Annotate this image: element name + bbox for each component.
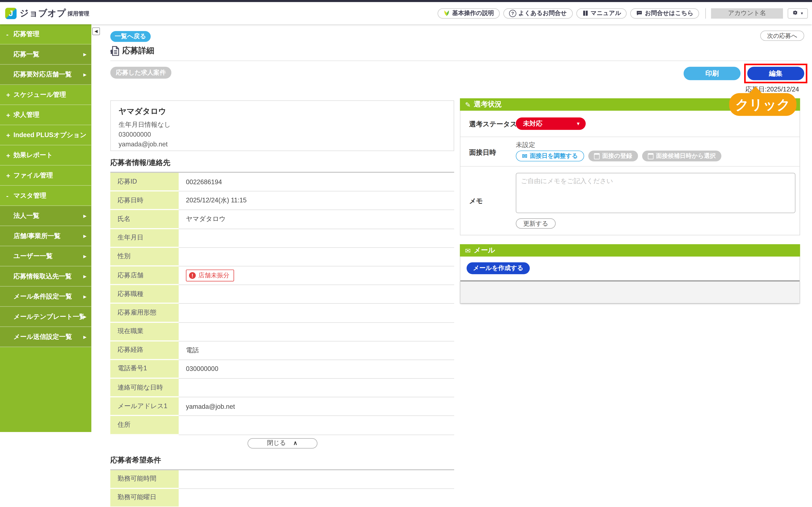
field-value-cell: yamada@job.net bbox=[179, 397, 454, 416]
applicant-summary-card: ヤマダタロウ 生年月日情報なし 030000000 yamada@job.net bbox=[110, 100, 454, 151]
memo-textarea[interactable] bbox=[516, 173, 795, 213]
sidebar-item-15[interactable]: メールテンプレート一覧▶ bbox=[0, 307, 91, 327]
close-section-button[interactable]: 閉じる ∧ bbox=[247, 438, 317, 448]
callout-label: クリック bbox=[735, 96, 791, 114]
back-to-list-button[interactable]: 一覧へ戻る bbox=[110, 31, 151, 42]
interview-row: 面接日時 未設定 ✉面接日を調整する面接の登録面接候補日時から選択 bbox=[460, 137, 800, 167]
field-label: 応募日時 bbox=[117, 196, 143, 205]
field-value-cell bbox=[179, 247, 454, 266]
sidebar-item-7[interactable]: +効果レポート bbox=[0, 145, 91, 166]
field-label-cell: 性別 bbox=[110, 247, 179, 266]
compose-mail-button[interactable]: メールを作成する bbox=[467, 262, 530, 274]
sidebar-item-label: ユーザー一覧 bbox=[13, 251, 83, 261]
print-button[interactable]: 印刷 bbox=[683, 67, 741, 80]
sidebar-collapse-button[interactable]: ◀ bbox=[92, 27, 100, 35]
sidebar-item-label: メールテンプレート一覧 bbox=[13, 312, 83, 321]
sidebar-item-8[interactable]: +ファイル管理 bbox=[0, 166, 91, 186]
field-label: 応募ID bbox=[117, 177, 137, 186]
edit-button[interactable]: 編集 bbox=[747, 67, 804, 80]
status-dropdown[interactable]: 未対応 ▼ bbox=[516, 117, 586, 130]
sidebar-item-11[interactable]: 店舗/事業所一覧▶ bbox=[0, 226, 91, 246]
field-value: 0022686194 bbox=[186, 178, 222, 185]
sidebar-item-3[interactable]: 応募要対応店舗一覧▶ bbox=[0, 65, 91, 85]
screen: J ジョブオプ 採用管理 基本操作の説明?よくあるお問合せマニュアルお問合せはこ… bbox=[0, 0, 812, 507]
field-label: 連絡可能な日時 bbox=[117, 383, 163, 392]
title-divider bbox=[110, 61, 800, 61]
memo-label: メモ bbox=[469, 197, 483, 206]
question-circle-icon: ? bbox=[509, 9, 516, 17]
field-value: 030000000 bbox=[186, 365, 218, 373]
settings-gear-button[interactable]: ▼ bbox=[788, 8, 808, 18]
chevron-right-icon: ▶ bbox=[83, 234, 87, 238]
account-name-box: アカウント名 bbox=[711, 8, 783, 18]
sidebar-item-4[interactable]: +スケジュール管理 bbox=[0, 85, 91, 105]
sidebar-item-6[interactable]: +Indeed PLUSオプション bbox=[0, 125, 91, 146]
header-link-3[interactable]: マニュアル bbox=[576, 8, 627, 18]
update-button[interactable]: 更新する bbox=[516, 218, 556, 229]
field-label-cell: 応募店舗 bbox=[110, 266, 179, 285]
header-link-1[interactable]: 基本操作の説明 bbox=[438, 8, 500, 18]
table-row: 連絡可能な日時 bbox=[110, 379, 454, 398]
sidebar-item-14[interactable]: メール条件設定一覧▶ bbox=[0, 287, 91, 307]
field-value-cell bbox=[179, 379, 454, 398]
click-callout-bubble: クリック bbox=[729, 93, 796, 116]
interview-button-label: 面接の登録 bbox=[602, 152, 632, 160]
field-label-cell: 氏名 bbox=[110, 210, 179, 229]
mail-panel-body: メールを作成する bbox=[460, 257, 800, 304]
table-row: メールアドレス1yamada@job.net bbox=[110, 397, 454, 416]
field-value: ヤマダタロウ bbox=[186, 215, 225, 224]
table-row: 応募雇用形態 bbox=[110, 304, 454, 323]
applicant-email: yamada@job.net bbox=[119, 139, 446, 150]
next-application-button[interactable]: 次の応募へ bbox=[760, 31, 804, 41]
sidebar-item-1[interactable]: -応募管理 bbox=[0, 24, 91, 45]
interview-label: 面接日時 bbox=[469, 148, 496, 157]
sidebar-item-10[interactable]: 法人一覧▶ bbox=[0, 206, 91, 226]
interview-button-label: 面接日を調整する bbox=[530, 152, 578, 160]
memo-row: メモ 更新する bbox=[460, 167, 800, 235]
applied-job-button[interactable]: 応募した求人案件 bbox=[110, 67, 171, 78]
interview-button-1[interactable]: ✉面接日を調整する bbox=[516, 151, 584, 161]
field-value-cell: ヤマダタロウ bbox=[179, 210, 454, 229]
badge-label: 店舗未振分 bbox=[198, 271, 230, 280]
field-label-cell: 応募ID bbox=[110, 173, 179, 191]
sidebar-item-label: 応募情報取込先一覧 bbox=[13, 272, 83, 281]
sidebar-item-9[interactable]: -マスタ管理 bbox=[0, 186, 91, 206]
header-link-label: よくあるお問合せ bbox=[518, 9, 567, 17]
application-detail-icon bbox=[110, 46, 119, 56]
field-label-cell: 現在職業 bbox=[110, 323, 179, 341]
chevron-right-icon: ▶ bbox=[83, 52, 87, 57]
header-link-label: お問合せはこちら bbox=[645, 9, 693, 17]
header-link-4[interactable]: お問合せはこちら bbox=[630, 8, 699, 18]
field-label: 現在職業 bbox=[117, 327, 143, 336]
header-link-2[interactable]: ?よくあるお問合せ bbox=[503, 8, 572, 18]
close-button-row: 閉じる ∧ bbox=[110, 438, 454, 448]
sidebar-item-label: 効果レポート bbox=[13, 151, 91, 160]
chevron-right-icon: ▶ bbox=[83, 274, 87, 279]
mail-panel-header: ✉ メール bbox=[460, 244, 800, 257]
field-label-cell: 電話番号1 bbox=[110, 360, 179, 379]
pencil-icon: ✎ bbox=[465, 101, 471, 108]
contact-info-table: 応募ID0022686194応募日時2025/12/24(水) 11:15氏名ヤ… bbox=[110, 172, 454, 435]
field-label: 応募雇用形態 bbox=[117, 308, 156, 317]
field-label: 応募職種 bbox=[117, 290, 143, 298]
sidebar-item-2[interactable]: 応募一覧▶ bbox=[0, 45, 91, 65]
field-label: 勤務可能曜日 bbox=[117, 493, 156, 502]
sidebar-item-12[interactable]: ユーザー一覧▶ bbox=[0, 246, 91, 267]
sidebar-item-label: 店舗/事業所一覧 bbox=[13, 231, 83, 240]
status-label: 選考ステータス bbox=[469, 120, 517, 129]
sidebar-item-16[interactable]: メール送信設定一覧▶ bbox=[0, 327, 91, 347]
sidebar-item-5[interactable]: +求人管理 bbox=[0, 105, 91, 125]
expand-state-icon: + bbox=[6, 131, 13, 139]
page-title: 応募詳細 bbox=[110, 46, 154, 56]
table-row: 生年月日 bbox=[110, 229, 454, 248]
field-value-cell bbox=[179, 416, 454, 435]
table-row: 電話番号1030000000 bbox=[110, 360, 454, 379]
interview-button-2[interactable]: 面接の登録 bbox=[588, 151, 638, 161]
sidebar-item-label: スケジュール管理 bbox=[13, 90, 91, 99]
table-row: 氏名ヤマダタロウ bbox=[110, 210, 454, 229]
field-value: 電話 bbox=[186, 346, 199, 355]
table-row: 応募ID0022686194 bbox=[110, 173, 454, 191]
interview-button-3[interactable]: 面接候補日時から選択 bbox=[642, 151, 721, 161]
sidebar-item-13[interactable]: 応募情報取込先一覧▶ bbox=[0, 266, 91, 287]
header-link-label: 基本操作の説明 bbox=[452, 9, 494, 17]
